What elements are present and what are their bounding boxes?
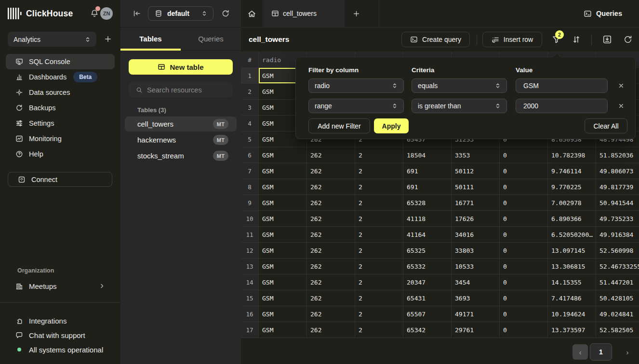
create-query-button[interactable]: Create query <box>401 32 470 47</box>
database-select[interactable]: default <box>148 6 213 21</box>
filter-value-input[interactable]: GSM <box>516 78 608 93</box>
grid-cell[interactable]: 0 <box>500 147 548 163</box>
grid-cell[interactable]: 262 <box>307 147 355 163</box>
grid-cell[interactable]: GSM <box>259 306 307 322</box>
connect-button[interactable]: Connect <box>8 172 112 187</box>
grid-cell[interactable]: 7.417486 <box>548 290 596 306</box>
grid-cell[interactable]: GSM <box>259 243 307 259</box>
grid-cell[interactable]: 262 <box>307 179 355 195</box>
explorer-tab-queries[interactable]: Queries <box>181 27 241 50</box>
grid-cell[interactable]: 3353 <box>452 147 500 163</box>
footer-item-all-systems-operational[interactable]: All systems operational <box>0 342 120 357</box>
workspace-select[interactable]: Analytics <box>8 32 96 47</box>
remove-filter-button[interactable] <box>617 82 625 90</box>
grid-cell[interactable]: 17626 <box>452 211 500 227</box>
grid-cell[interactable]: 3693 <box>452 290 500 306</box>
grid-cell[interactable]: 0 <box>500 274 548 290</box>
sidebar-item-data-sources[interactable]: Data sources <box>6 85 115 100</box>
grid-cell[interactable]: 262 <box>307 227 355 243</box>
grid-cell[interactable]: 262 <box>307 274 355 290</box>
grid-cell[interactable]: 10.194624 <box>548 306 596 322</box>
grid-cell[interactable]: 41118 <box>403 211 452 227</box>
footer-item-integrations[interactable]: Integrations <box>0 313 120 328</box>
grid-cell[interactable]: 262 <box>307 306 355 322</box>
grid-cell[interactable]: 0 <box>500 179 548 195</box>
grid-cell[interactable]: GSM <box>259 259 307 274</box>
table-item-cell-towers[interactable]: cell_towersMT <box>125 117 237 131</box>
grid-cell[interactable]: 691 <box>403 179 452 195</box>
grid-cell[interactable]: 2 <box>355 195 403 211</box>
refresh-table-button[interactable] <box>623 35 633 44</box>
grid-cell[interactable]: 2 <box>355 227 403 243</box>
filter-column-select[interactable]: range <box>308 99 404 113</box>
grid-cell[interactable]: 50.941544 <box>596 195 639 211</box>
grid-cell[interactable]: 13.097145 <box>548 243 596 259</box>
filter-value-input[interactable]: 2000 <box>516 99 608 113</box>
sidebar-item-dashboards[interactable]: DashboardsBeta <box>6 69 115 85</box>
table-item-stocks-stream[interactable]: stocks_streamMT <box>125 148 237 163</box>
insert-row-button[interactable]: Insert row <box>482 32 542 47</box>
grid-cell[interactable]: GSM <box>259 290 307 306</box>
add-filter-button[interactable]: Add new Filter <box>308 118 370 133</box>
new-tab-button[interactable] <box>353 10 360 17</box>
grid-cell[interactable]: 0 <box>500 306 548 322</box>
grid-cell[interactable]: 9.746114 <box>548 163 596 179</box>
grid-cell[interactable]: GSM <box>259 195 307 211</box>
grid-cell[interactable]: 0 <box>500 211 548 227</box>
grid-cell[interactable]: 0 <box>500 195 548 211</box>
grid-cell[interactable]: 691 <box>403 163 452 179</box>
grid-cell[interactable]: 52.46733255 <box>596 259 639 274</box>
remove-filter-button[interactable] <box>617 102 625 110</box>
grid-cell[interactable]: 49.806073 <box>596 163 639 179</box>
grid-cell[interactable]: GSM <box>259 211 307 227</box>
grid-cell[interactable]: 2 <box>355 259 403 274</box>
grid-cell[interactable]: 65342 <box>403 322 452 338</box>
grid-cell[interactable]: 2 <box>355 163 403 179</box>
grid-cell[interactable]: 0 <box>500 227 548 243</box>
apply-button[interactable]: Apply <box>374 118 409 133</box>
grid-cell[interactable]: 51.852036 <box>596 147 639 163</box>
grid-cell[interactable]: 52.560998 <box>596 243 639 259</box>
filter-criteria-select[interactable]: equals <box>412 78 507 93</box>
grid-cell[interactable]: 49.735233 <box>596 211 639 227</box>
grid-cell[interactable]: 65328 <box>403 195 452 211</box>
grid-cell[interactable]: 13.373597 <box>548 322 596 338</box>
new-table-button[interactable]: New table <box>129 59 233 75</box>
search-input[interactable]: Search resources <box>129 82 233 97</box>
sidebar-item-help[interactable]: Help <box>6 146 115 162</box>
grid-cell[interactable]: 50.428105 <box>596 290 639 306</box>
grid-cell[interactable]: 262 <box>307 290 355 306</box>
grid-cell[interactable]: 65507 <box>403 306 452 322</box>
grid-cell[interactable]: 2 <box>355 322 403 338</box>
grid-cell[interactable]: 10533 <box>452 259 500 274</box>
grid-cell[interactable]: 65431 <box>403 290 452 306</box>
home-button[interactable] <box>241 0 263 27</box>
grid-cell[interactable]: 262 <box>307 259 355 274</box>
grid-cell[interactable]: 49171 <box>452 306 500 322</box>
grid-cell[interactable]: GSM <box>259 322 307 338</box>
grid-cell[interactable]: GSM <box>259 163 307 179</box>
grid-cell[interactable]: 6.52050200… <box>548 227 596 243</box>
grid-cell[interactable]: 14.15355 <box>548 274 596 290</box>
grid-cell[interactable]: 7.002978 <box>548 195 596 211</box>
grid-cell[interactable]: 2 <box>355 243 403 259</box>
download-button[interactable] <box>602 35 612 44</box>
grid-cell[interactable]: 51.447201 <box>596 274 639 290</box>
grid-cell[interactable]: 20347 <box>403 274 452 290</box>
grid-cell[interactable]: 50111 <box>452 179 500 195</box>
grid-cell[interactable]: 0 <box>500 163 548 179</box>
grid-cell[interactable]: 49.817739 <box>596 179 639 195</box>
grid-cell[interactable]: 18504 <box>403 147 452 163</box>
grid-cell[interactable]: 65325 <box>403 243 452 259</box>
grid-cell[interactable]: 29761 <box>452 322 500 338</box>
grid-cell[interactable]: 6.890366 <box>548 211 596 227</box>
sort-button[interactable] <box>572 35 581 44</box>
prev-page-button[interactable]: ‹ <box>572 344 588 360</box>
grid-cell[interactable]: 0 <box>500 322 548 338</box>
grid-cell[interactable]: 49.024841 <box>596 306 639 322</box>
sidebar-item-monitoring[interactable]: Monitoring <box>6 131 115 146</box>
grid-cell[interactable]: 262 <box>307 195 355 211</box>
grid-cell[interactable]: 13.306815 <box>548 259 596 274</box>
sidebar-item-backups[interactable]: Backups <box>6 100 115 116</box>
grid-cell[interactable]: GSM <box>259 147 307 163</box>
